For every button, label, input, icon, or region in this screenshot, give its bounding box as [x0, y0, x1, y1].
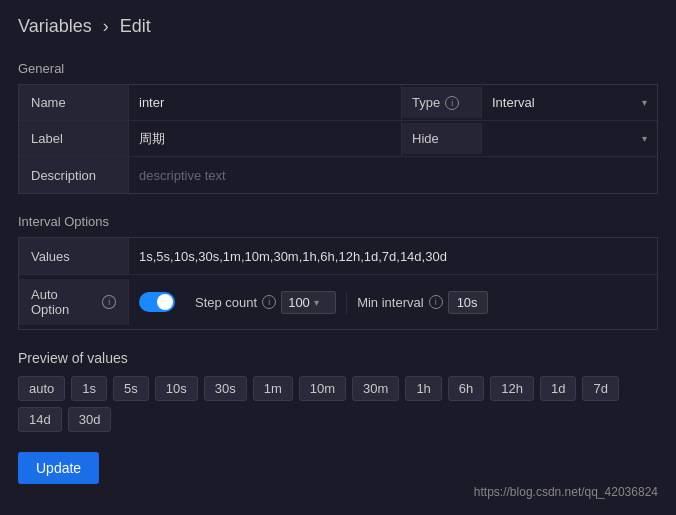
toggle-track[interactable]: [139, 292, 175, 312]
type-select[interactable]: Interval ▾: [482, 87, 657, 118]
preview-tag: 1d: [540, 376, 576, 401]
preview-section: Preview of values auto1s5s10s30s1m10m30m…: [18, 350, 658, 432]
type-chevron-icon: ▾: [642, 97, 647, 108]
hide-section: Hide ▾: [401, 121, 657, 156]
description-row: Description: [19, 157, 657, 193]
preview-tag: 30m: [352, 376, 399, 401]
description-value-cell: [129, 157, 657, 193]
preview-tag: 1m: [253, 376, 293, 401]
name-value-cell: [129, 85, 401, 120]
step-count-label: Step count: [195, 295, 257, 310]
preview-title: Preview of values: [18, 350, 658, 366]
preview-tag: 30s: [204, 376, 247, 401]
hide-select[interactable]: ▾: [482, 125, 657, 152]
preview-tags: auto1s5s10s30s1m10m30m1h6h12h1d7d14d30d: [18, 376, 658, 432]
step-count-chevron-icon: ▾: [314, 297, 319, 308]
description-label: Description: [19, 157, 129, 193]
values-input-cell: 1s,5s,10s,30s,1m,10m,30m,1h,6h,12h,1d,7d…: [129, 241, 657, 272]
preview-tag: 30d: [68, 407, 112, 432]
step-count-section: Step count i 100 ▾: [185, 291, 347, 314]
min-interval-info-icon[interactable]: i: [429, 295, 443, 309]
step-count-info-icon[interactable]: i: [262, 295, 276, 309]
preview-tag: 1s: [71, 376, 107, 401]
preview-tag: auto: [18, 376, 65, 401]
type-label: Type i: [402, 87, 482, 118]
preview-tag: 7d: [582, 376, 618, 401]
step-count-select[interactable]: 100 ▾: [281, 291, 336, 314]
preview-tag: 14d: [18, 407, 62, 432]
auto-option-toggle[interactable]: [139, 292, 175, 312]
hide-label: Hide: [402, 123, 482, 154]
auto-option-label: Auto Option i: [19, 279, 129, 325]
preview-tag: 10s: [155, 376, 198, 401]
update-button[interactable]: Update: [18, 452, 99, 484]
label-label: Label: [19, 121, 129, 156]
auto-option-row: Auto Option i Step count i 100 ▾: [19, 275, 657, 329]
label-row: Label Hide ▾: [19, 121, 657, 157]
preview-tag: 1h: [405, 376, 441, 401]
preview-tag: 10m: [299, 376, 346, 401]
toggle-thumb: [157, 294, 173, 310]
breadcrumb: Variables › Edit: [18, 16, 658, 37]
breadcrumb-part1: Variables: [18, 16, 92, 36]
interval-options-section: Interval Options Values 1s,5s,10s,30s,1m…: [18, 214, 658, 330]
preview-tag: 5s: [113, 376, 149, 401]
type-info-icon[interactable]: i: [445, 96, 459, 110]
min-interval-label: Min interval: [357, 295, 423, 310]
type-section: Type i Interval ▾: [401, 85, 657, 120]
interval-section-title: Interval Options: [18, 214, 658, 229]
name-label: Name: [19, 85, 129, 120]
min-interval-value: 10s: [448, 291, 488, 314]
general-section-title: General: [18, 61, 658, 76]
values-label: Values: [19, 238, 129, 274]
auto-option-info-icon[interactable]: i: [102, 295, 116, 309]
page-container: Variables › Edit General Name Type i Int…: [0, 0, 676, 515]
interval-form: Values 1s,5s,10s,30s,1m,10m,30m,1h,6h,12…: [18, 237, 658, 330]
name-input[interactable]: [139, 95, 391, 110]
preview-tag: 12h: [490, 376, 534, 401]
preview-tag: 6h: [448, 376, 484, 401]
general-form: Name Type i Interval ▾ Label: [18, 84, 658, 194]
breadcrumb-separator: ›: [103, 16, 109, 36]
label-input[interactable]: [139, 131, 391, 146]
description-input[interactable]: [139, 168, 647, 183]
name-row: Name Type i Interval ▾: [19, 85, 657, 121]
hide-chevron-icon: ▾: [642, 133, 647, 144]
values-row: Values 1s,5s,10s,30s,1m,10m,30m,1h,6h,12…: [19, 238, 657, 275]
footer-link: https://blog.csdn.net/qq_42036824: [474, 485, 658, 499]
min-interval-section: Min interval i 10s: [347, 291, 497, 314]
label-value-cell: [129, 121, 401, 156]
breadcrumb-part2: Edit: [120, 16, 151, 36]
